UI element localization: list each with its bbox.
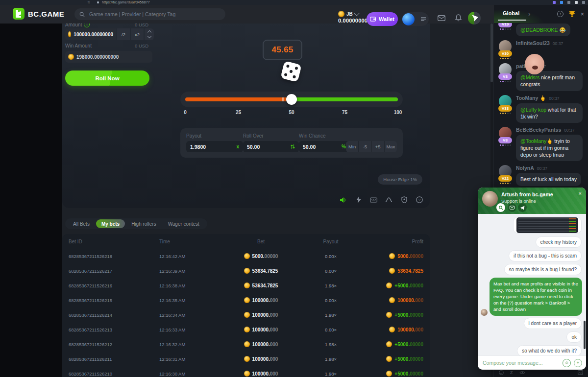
- level-badge: V33: [498, 105, 512, 112]
- support-scrollbar[interactable]: [584, 321, 586, 349]
- jb-coin-icon: [386, 312, 392, 318]
- profile-icon[interactable]: [575, 1, 578, 4]
- table-row[interactable]: 6828536721152621412:16:34 AM 100000.000 …: [62, 307, 430, 322]
- attach-plus-icon[interactable]: +: [574, 359, 582, 367]
- profile-menu[interactable]: [402, 12, 429, 26]
- bookmark-icon[interactable]: ☆: [87, 0, 90, 4]
- table-row[interactable]: 6828536721152621112:16:31 AM 100000.000 …: [62, 352, 430, 366]
- user-bubble: i dont care as a player: [524, 318, 582, 329]
- help-question-icon[interactable]: ?: [416, 196, 423, 204]
- table-row[interactable]: 6828536721152621312:16:33 AM 100000.000 …: [62, 322, 430, 337]
- swap-arrows-icon[interactable]: [291, 144, 295, 149]
- support-message-input[interactable]: [482, 359, 560, 366]
- level-badge: V22: [498, 175, 512, 182]
- roll-slider[interactable]: [180, 92, 403, 107]
- game-toolbar: ?: [62, 192, 430, 207]
- hotkeys-keyboard-icon[interactable]: [370, 196, 377, 204]
- half-bet-button[interactable]: /2: [117, 28, 130, 40]
- username[interactable]: BeBeBeckyPantss: [516, 127, 561, 133]
- support-telegram-icon[interactable]: [518, 203, 527, 212]
- tab-all-bets[interactable]: All Bets: [68, 219, 95, 228]
- info-icon[interactable]: i: [84, 24, 90, 27]
- username[interactable]: NolynA: [516, 165, 534, 171]
- support-email-icon[interactable]: [508, 203, 516, 212]
- extension-icon[interactable]: [560, 1, 563, 4]
- chat-close-icon[interactable]: ×: [581, 11, 584, 17]
- max-button[interactable]: Max: [384, 141, 397, 152]
- attached-screenshot[interactable]: [513, 217, 582, 234]
- wallet-button[interactable]: Wallet: [367, 12, 398, 26]
- table-row[interactable]: 6828536721152621712:16:39 AM 53634.7825 …: [62, 263, 430, 278]
- mail-icon[interactable]: [438, 15, 445, 21]
- support-search-icon[interactable]: [496, 203, 505, 212]
- support-status: Support is online: [501, 198, 536, 204]
- bet-amount-input[interactable]: 100000.00000000: [65, 28, 116, 40]
- image-icon[interactable]: [578, 370, 583, 375]
- table-row[interactable]: 6828536721152621812:16:42 AM 5000.00000 …: [62, 249, 430, 263]
- roll-now-button[interactable]: Roll Now: [65, 71, 149, 86]
- menu-icon[interactable]: [582, 1, 585, 4]
- trophy-icon[interactable]: [569, 11, 575, 17]
- bookmark-star-icon[interactable]: [567, 1, 570, 4]
- win-chance-input[interactable]: 50.00 %: [299, 141, 350, 152]
- fairness-shield-icon[interactable]: [400, 196, 408, 204]
- min-button[interactable]: Min: [346, 141, 358, 152]
- minus5-button[interactable]: -5: [358, 141, 371, 152]
- slider-thumb[interactable]: [286, 94, 297, 105]
- tab-my-bets[interactable]: My bets: [96, 219, 125, 228]
- browser-address-bar[interactable]: ☆ https://bc.game/dual/3456877: [0, 0, 588, 5]
- agent-bubble: Max bet and max profits are visible in t…: [490, 278, 582, 316]
- tick-50: 50: [289, 110, 294, 115]
- bonus-spinner-icon[interactable]: [468, 12, 481, 24]
- payout-value: 1.9800: [190, 144, 206, 150]
- username[interactable]: InfiniteSoul23: [516, 40, 550, 46]
- user-mention[interactable]: @DEADBROKE: [520, 27, 558, 33]
- plus5-button[interactable]: +5: [371, 141, 384, 152]
- balance-value: 0.00000000: [338, 18, 368, 24]
- bc-game-logo[interactable]: BC.GAME: [13, 8, 64, 20]
- chat-message: V8 BeBeBeckyPantss00:37 @TooMany🖕 tryin …: [494, 123, 588, 162]
- user-avatar[interactable]: [402, 13, 415, 25]
- amount-stepper[interactable]: [145, 28, 154, 40]
- chevron-right-icon[interactable]: ›: [528, 11, 530, 18]
- user-mention[interactable]: @Luffy kop: [520, 107, 546, 113]
- table-row[interactable]: 6828536721152621212:16:32 AM 100000.000 …: [62, 337, 430, 352]
- turbo-lightning-icon[interactable]: [355, 196, 362, 204]
- search-input[interactable]: [88, 11, 220, 18]
- user-mention[interactable]: @Mdsrs: [520, 74, 539, 80]
- wallet-label: Wallet: [379, 16, 394, 22]
- tab-wager-contest[interactable]: Wager contest: [163, 219, 205, 228]
- tab-high-rollers[interactable]: High rollers: [126, 219, 162, 228]
- jb-coin-icon: [389, 268, 395, 274]
- jb-coin-icon: [244, 327, 250, 332]
- chat-message: V33 TooMany 🖕00:37 @Luffy kop what for t…: [494, 92, 588, 123]
- payout-input[interactable]: 1.9800 x: [186, 141, 243, 152]
- table-row[interactable]: 6828536721152621012:16:30 AM 100000.000 …: [62, 366, 430, 377]
- logo-icon: [13, 8, 24, 20]
- live-stats-icon[interactable]: [385, 196, 392, 204]
- chat-rules-icon[interactable]: !: [557, 11, 564, 17]
- extension-icon[interactable]: [553, 1, 556, 4]
- game-search[interactable]: [74, 8, 225, 20]
- table-row[interactable]: 6828536721152621612:16:38 AM 53634.7825 …: [62, 278, 430, 293]
- jb-coin-icon: [68, 54, 74, 60]
- currency-selector[interactable]: JB: [338, 11, 359, 17]
- eye-icon[interactable]: [519, 371, 525, 375]
- emoji-icon[interactable]: [499, 370, 504, 375]
- url-text[interactable]: https://bc.game/dual/3456877: [102, 0, 150, 5]
- roll-over-input[interactable]: 50.00: [243, 141, 299, 152]
- notifications-bell-icon[interactable]: [455, 14, 462, 22]
- username[interactable]: TooMany 🖕: [516, 95, 546, 101]
- roll-result-value: 45.65: [271, 45, 293, 55]
- gif-icon[interactable]: Z: [510, 370, 513, 375]
- double-bet-button[interactable]: x2: [131, 28, 144, 40]
- win-amount-display: 198000.000000000: [65, 51, 152, 63]
- table-row[interactable]: 6828536721152621512:16:35 AM 100000.000 …: [62, 293, 430, 307]
- roll-over-label: Roll Over: [243, 133, 264, 139]
- user-mention[interactable]: @TooMany🖕: [520, 138, 553, 144]
- sound-icon[interactable]: [340, 196, 347, 204]
- support-close-icon[interactable]: ×: [579, 190, 582, 196]
- emoji-picker-icon[interactable]: ☺: [563, 359, 571, 367]
- logo-text: BC.GAME: [28, 10, 64, 18]
- chat-tab-global[interactable]: Global: [503, 10, 519, 18]
